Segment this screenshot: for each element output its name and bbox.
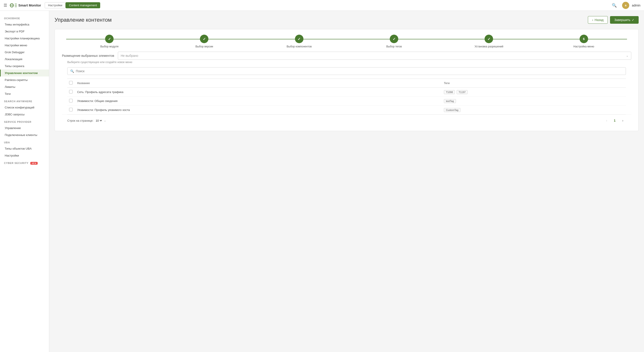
menu-icon[interactable]: ☰ — [4, 3, 7, 8]
sidebar-item-connected-clients[interactable]: Подключенные клиенты — [0, 132, 49, 138]
row-1-tags: T1098 T1197 — [442, 88, 626, 96]
username-label: admin — [632, 4, 640, 7]
step-5: ✓ Установка разрешений — [442, 35, 536, 48]
row-3-tags: CustomTag — [442, 106, 626, 114]
checkmark-icon: ✓ — [632, 18, 634, 22]
sidebar: ОСНОВНОЕ Темы интерфейса Экспорт в PDF Н… — [0, 11, 49, 352]
col-name-header: Название — [75, 79, 442, 88]
next-page-button[interactable]: › — [620, 118, 626, 124]
tag-pill: CustomTag — [444, 108, 460, 112]
step-6-circle: 6 — [580, 35, 588, 43]
step-2: ✓ Выбор версии — [157, 35, 252, 48]
search-icon[interactable]: 🔍 — [612, 3, 617, 8]
stepper-panel: ✓ Выбор модуля ✓ Выбор версии ✓ Выбор ко… — [54, 29, 639, 131]
step-2-circle: ✓ — [200, 35, 208, 43]
tag-pill: testTag — [444, 99, 456, 103]
avatar-letter: a — [625, 4, 626, 7]
back-label: Назад — [594, 18, 604, 22]
step-1-circle: ✓ — [105, 35, 114, 43]
sidebar-item-uba-settings[interactable]: Настройки — [0, 152, 49, 159]
page-header: Управление контентом ‹ Назад Завершить ✓ — [54, 16, 639, 24]
row-3-name: Уязвимости: Профиль уязвимого хоста — [75, 106, 442, 114]
step-5-circle: ✓ — [484, 35, 493, 43]
sidebar-item-scoring[interactable]: Типы скоринга — [0, 62, 49, 70]
layout: ОСНОВНОЕ Темы интерфейса Экспорт в PDF Н… — [0, 11, 644, 352]
topbar: ☰ Smart Monitor Настройки Content manage… — [0, 0, 644, 11]
step-1-label: Выбор модуля — [100, 45, 118, 48]
sidebar-item-painless[interactable]: Painless-скрипты — [0, 76, 49, 84]
placement-select[interactable]: Не выбрано — [118, 52, 631, 60]
finish-label: Завершить — [614, 18, 630, 22]
search-row: 🔍 — [62, 67, 631, 78]
chevron-left-icon: ‹ — [592, 18, 593, 22]
rows-per-page-label: Строк на странице: — [67, 119, 94, 122]
step-3-circle: ✓ — [295, 35, 304, 43]
step-6-label: Настройка меню — [573, 45, 594, 48]
table-row: Уязвимости: Профиль уязвимого хоста Cust… — [67, 106, 626, 114]
select-all-checkbox[interactable] — [69, 81, 73, 84]
logo-icon — [10, 3, 17, 8]
step-3-label: Выбор компонентов — [287, 45, 312, 48]
sidebar-item-export[interactable]: Экспорт в PDF — [0, 28, 49, 35]
page-title: Управление контентом — [54, 17, 112, 23]
sidebar-item-config-list[interactable]: Список конфигураций — [0, 104, 49, 111]
sidebar-item-content-management[interactable]: Управление контентом — [0, 70, 49, 76]
search-input[interactable] — [76, 69, 623, 73]
logo-text: Smart Monitor — [18, 3, 41, 7]
placement-label: Размещение выбранных элементов — [62, 54, 114, 58]
content-table: Название Теги Сеть: Профиль адресата тра… — [67, 78, 626, 114]
col-tags-header: Теги — [442, 79, 626, 88]
row-3-checkbox[interactable] — [69, 108, 73, 111]
stepper-area: ✓ Выбор модуля ✓ Выбор версии ✓ Выбор ко… — [55, 29, 638, 131]
col-checkbox — [67, 79, 75, 88]
pagination-nav: ‹ 1 › — [604, 118, 626, 124]
table-wrapper: Название Теги Сеть: Профиль адресата тра… — [62, 78, 631, 114]
breadcrumb: Настройки Content management — [45, 2, 100, 8]
sidebar-section-cyber: CYBER SECURITY NEW — [0, 159, 49, 166]
step-4-label: Выбор тегов — [386, 45, 402, 48]
table-row: Сеть: Профиль адресата трафика T1098 T11… — [67, 88, 626, 96]
avatar[interactable]: a — [622, 2, 629, 9]
sidebar-item-planner[interactable]: Настройки планировщика — [0, 35, 49, 42]
placement-row: Размещение выбранных элементов Не выбран… — [62, 52, 631, 60]
row-2-name: Уязвимости: Общие сведения — [75, 96, 442, 106]
cyber-new-badge: NEW — [30, 162, 38, 164]
step-4: ✓ Выбор тегов — [346, 35, 442, 48]
sidebar-item-menu-settings[interactable]: Настройки меню — [0, 42, 49, 49]
sidebar-item-limits[interactable]: Лимиты — [0, 84, 49, 90]
step-3: ✓ Выбор компонентов — [252, 35, 346, 48]
tag-pill: T1197 — [456, 90, 468, 94]
row-2-tags: testTag — [442, 96, 626, 106]
placement-select-wrapper[interactable]: Не выбрано ⌄ — [118, 52, 631, 60]
search-icon: 🔍 — [70, 69, 74, 73]
breadcrumb-settings[interactable]: Настройки — [45, 2, 66, 8]
step-5-label: Установка разрешений — [474, 45, 503, 48]
step-1: ✓ Выбор модуля — [62, 35, 157, 48]
pagination-row: Строк на странице: 10 ⌄ ‹ 1 › — [62, 114, 631, 126]
sidebar-item-grok[interactable]: Grok Debugger — [0, 49, 49, 56]
rows-per-page-select[interactable]: 10 — [95, 119, 103, 122]
sidebar-item-jdbc[interactable]: JDBC-запросы — [0, 111, 49, 118]
row-1-name: Сеть: Профиль адресата трафика — [75, 88, 442, 96]
sidebar-section-search: SEARCH ANYWHERE — [0, 97, 49, 104]
step-6: 6 Настройка меню — [536, 35, 631, 48]
stepper: ✓ Выбор модуля ✓ Выбор версии ✓ Выбор ко… — [62, 35, 631, 52]
row-1-checkbox[interactable] — [69, 90, 73, 94]
sidebar-item-uba-types[interactable]: Типы объектов UBA — [0, 145, 49, 152]
prev-page-button[interactable]: ‹ — [604, 118, 610, 124]
placement-hint: Выберите существующее или создайте новое… — [62, 60, 631, 67]
table-row: Уязвимости: Общие сведения testTag — [67, 96, 626, 106]
breadcrumb-content[interactable]: Content management — [66, 2, 100, 8]
row-2-checkbox[interactable] — [69, 99, 73, 102]
sidebar-item-management[interactable]: Управление — [0, 124, 49, 132]
sidebar-section-service: SERVICE PROVIDER — [0, 118, 49, 124]
sidebar-item-temy[interactable]: Темы интерфейса — [0, 21, 49, 28]
search-box: 🔍 — [67, 67, 626, 75]
rows-per-page: Строк на странице: 10 ⌄ — [67, 119, 106, 122]
sidebar-item-tags[interactable]: Теги — [0, 90, 49, 97]
sidebar-item-localization[interactable]: Локализация — [0, 56, 49, 62]
sidebar-section-uba: UBA — [0, 138, 49, 145]
finish-button[interactable]: Завершить ✓ — [610, 16, 639, 24]
page-1-button[interactable]: 1 — [612, 118, 618, 124]
back-button[interactable]: ‹ Назад — [588, 16, 608, 24]
